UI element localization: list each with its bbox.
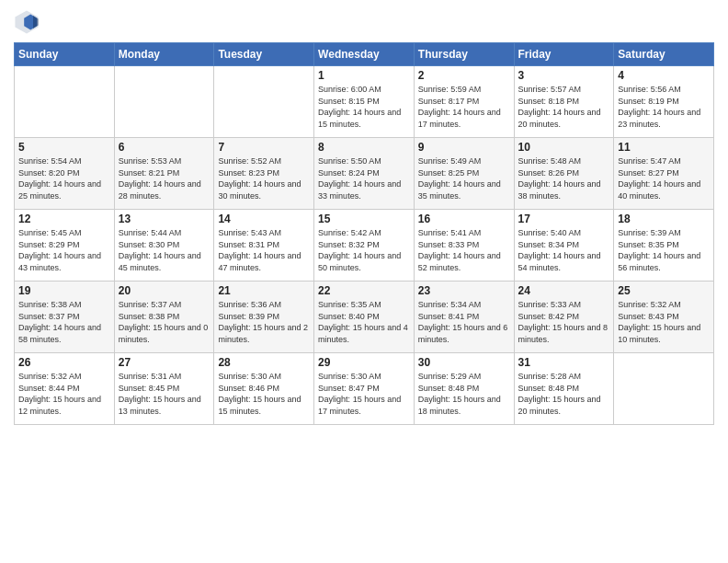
day-info: Sunrise: 5:53 AMSunset: 8:21 PMDaylight:… xyxy=(119,155,210,201)
day-number: 20 xyxy=(119,284,210,297)
day-info: Sunrise: 5:36 AMSunset: 8:39 PMDaylight:… xyxy=(218,299,310,345)
day-number: 12 xyxy=(18,213,110,225)
calendar-week-row: 1Sunrise: 6:00 AMSunset: 8:15 PMDaylight… xyxy=(15,66,714,138)
day-number: 3 xyxy=(518,69,610,82)
calendar-cell: 17Sunrise: 5:40 AMSunset: 8:34 PMDayligh… xyxy=(514,210,614,282)
calendar-week-row: 19Sunrise: 5:38 AMSunset: 8:37 PMDayligh… xyxy=(15,282,714,353)
day-number: 1 xyxy=(318,69,410,82)
calendar-cell: 10Sunrise: 5:48 AMSunset: 8:26 PMDayligh… xyxy=(514,138,614,210)
day-info: Sunrise: 5:59 AMSunset: 8:17 PMDaylight:… xyxy=(418,84,510,130)
logo-icon xyxy=(14,9,40,35)
calendar-cell: 13Sunrise: 5:44 AMSunset: 8:30 PMDayligh… xyxy=(114,210,214,282)
day-info: Sunrise: 5:56 AMSunset: 8:19 PMDaylight:… xyxy=(618,84,710,130)
calendar-cell: 7Sunrise: 5:52 AMSunset: 8:23 PMDaylight… xyxy=(214,138,314,210)
calendar-cell: 1Sunrise: 6:00 AMSunset: 8:15 PMDaylight… xyxy=(314,66,415,138)
day-info: Sunrise: 5:37 AMSunset: 8:38 PMDaylight:… xyxy=(119,299,210,345)
weekday-header: Friday xyxy=(514,43,614,66)
day-number: 24 xyxy=(518,284,610,297)
calendar-week-row: 5Sunrise: 5:54 AMSunset: 8:20 PMDaylight… xyxy=(15,138,714,210)
day-number: 19 xyxy=(18,284,110,297)
day-number: 21 xyxy=(218,284,310,297)
day-info: Sunrise: 5:52 AMSunset: 8:23 PMDaylight:… xyxy=(218,155,310,201)
day-info: Sunrise: 5:40 AMSunset: 8:34 PMDaylight:… xyxy=(518,227,610,273)
day-number: 26 xyxy=(18,356,110,369)
day-number: 31 xyxy=(518,356,610,369)
calendar-cell: 4Sunrise: 5:56 AMSunset: 8:19 PMDaylight… xyxy=(614,66,714,138)
day-number: 9 xyxy=(418,141,510,154)
day-number: 18 xyxy=(618,213,710,225)
day-number: 17 xyxy=(518,213,610,225)
calendar-cell: 16Sunrise: 5:41 AMSunset: 8:33 PMDayligh… xyxy=(414,210,514,282)
day-number: 2 xyxy=(418,69,510,82)
weekday-header: Monday xyxy=(114,43,214,66)
day-number: 4 xyxy=(618,69,710,82)
header xyxy=(14,9,714,35)
weekday-header: Wednesday xyxy=(314,43,415,66)
day-number: 25 xyxy=(618,284,710,297)
day-info: Sunrise: 5:50 AMSunset: 8:24 PMDaylight:… xyxy=(318,155,410,201)
day-info: Sunrise: 5:44 AMSunset: 8:30 PMDaylight:… xyxy=(119,227,210,273)
day-info: Sunrise: 5:30 AMSunset: 8:47 PMDaylight:… xyxy=(318,371,410,417)
calendar-cell: 26Sunrise: 5:32 AMSunset: 8:44 PMDayligh… xyxy=(15,353,115,425)
calendar-cell: 9Sunrise: 5:49 AMSunset: 8:25 PMDaylight… xyxy=(414,138,514,210)
day-info: Sunrise: 5:43 AMSunset: 8:31 PMDaylight:… xyxy=(218,227,310,273)
calendar-cell: 12Sunrise: 5:45 AMSunset: 8:29 PMDayligh… xyxy=(15,210,115,282)
day-info: Sunrise: 5:28 AMSunset: 8:48 PMDaylight:… xyxy=(518,371,610,417)
day-number: 16 xyxy=(418,213,510,225)
calendar: SundayMondayTuesdayWednesdayThursdayFrid… xyxy=(14,42,714,425)
page: SundayMondayTuesdayWednesdayThursdayFrid… xyxy=(0,0,728,563)
day-info: Sunrise: 5:48 AMSunset: 8:26 PMDaylight:… xyxy=(518,155,610,201)
day-number: 28 xyxy=(218,356,310,369)
weekday-header-row: SundayMondayTuesdayWednesdayThursdayFrid… xyxy=(15,43,714,66)
calendar-cell: 30Sunrise: 5:29 AMSunset: 8:48 PMDayligh… xyxy=(414,353,514,425)
day-info: Sunrise: 5:39 AMSunset: 8:35 PMDaylight:… xyxy=(618,227,710,273)
day-info: Sunrise: 5:29 AMSunset: 8:48 PMDaylight:… xyxy=(418,371,510,417)
calendar-cell: 5Sunrise: 5:54 AMSunset: 8:20 PMDaylight… xyxy=(15,138,115,210)
weekday-header: Tuesday xyxy=(214,43,314,66)
calendar-cell: 18Sunrise: 5:39 AMSunset: 8:35 PMDayligh… xyxy=(614,210,714,282)
calendar-cell: 2Sunrise: 5:59 AMSunset: 8:17 PMDaylight… xyxy=(414,66,514,138)
calendar-cell: 31Sunrise: 5:28 AMSunset: 8:48 PMDayligh… xyxy=(514,353,614,425)
calendar-cell: 24Sunrise: 5:33 AMSunset: 8:42 PMDayligh… xyxy=(514,282,614,353)
calendar-cell: 6Sunrise: 5:53 AMSunset: 8:21 PMDaylight… xyxy=(114,138,214,210)
calendar-cell xyxy=(614,353,714,425)
day-number: 30 xyxy=(418,356,510,369)
calendar-cell xyxy=(114,66,214,138)
calendar-cell xyxy=(214,66,314,138)
weekday-header: Sunday xyxy=(15,43,115,66)
day-info: Sunrise: 6:00 AMSunset: 8:15 PMDaylight:… xyxy=(318,84,410,130)
day-number: 7 xyxy=(218,141,310,154)
day-number: 5 xyxy=(18,141,110,154)
day-info: Sunrise: 5:49 AMSunset: 8:25 PMDaylight:… xyxy=(418,155,510,201)
calendar-week-row: 12Sunrise: 5:45 AMSunset: 8:29 PMDayligh… xyxy=(15,210,714,282)
calendar-cell: 8Sunrise: 5:50 AMSunset: 8:24 PMDaylight… xyxy=(314,138,415,210)
day-number: 14 xyxy=(218,213,310,225)
calendar-cell: 3Sunrise: 5:57 AMSunset: 8:18 PMDaylight… xyxy=(514,66,614,138)
calendar-cell: 15Sunrise: 5:42 AMSunset: 8:32 PMDayligh… xyxy=(314,210,415,282)
day-number: 22 xyxy=(318,284,410,297)
day-info: Sunrise: 5:54 AMSunset: 8:20 PMDaylight:… xyxy=(18,155,110,201)
day-number: 29 xyxy=(318,356,410,369)
day-info: Sunrise: 5:45 AMSunset: 8:29 PMDaylight:… xyxy=(18,227,110,273)
logo xyxy=(14,9,43,35)
weekday-header: Saturday xyxy=(614,43,714,66)
day-number: 13 xyxy=(119,213,210,225)
day-info: Sunrise: 5:38 AMSunset: 8:37 PMDaylight:… xyxy=(18,299,110,345)
day-info: Sunrise: 5:57 AMSunset: 8:18 PMDaylight:… xyxy=(518,84,610,130)
day-info: Sunrise: 5:42 AMSunset: 8:32 PMDaylight:… xyxy=(318,227,410,273)
calendar-cell: 19Sunrise: 5:38 AMSunset: 8:37 PMDayligh… xyxy=(15,282,115,353)
calendar-cell: 23Sunrise: 5:34 AMSunset: 8:41 PMDayligh… xyxy=(414,282,514,353)
weekday-header: Thursday xyxy=(414,43,514,66)
day-number: 15 xyxy=(318,213,410,225)
day-info: Sunrise: 5:33 AMSunset: 8:42 PMDaylight:… xyxy=(518,299,610,345)
day-number: 8 xyxy=(318,141,410,154)
day-number: 10 xyxy=(518,141,610,154)
calendar-cell: 27Sunrise: 5:31 AMSunset: 8:45 PMDayligh… xyxy=(114,353,214,425)
calendar-cell: 29Sunrise: 5:30 AMSunset: 8:47 PMDayligh… xyxy=(314,353,415,425)
calendar-cell: 28Sunrise: 5:30 AMSunset: 8:46 PMDayligh… xyxy=(214,353,314,425)
day-info: Sunrise: 5:31 AMSunset: 8:45 PMDaylight:… xyxy=(119,371,210,417)
day-number: 6 xyxy=(119,141,210,154)
day-info: Sunrise: 5:32 AMSunset: 8:43 PMDaylight:… xyxy=(618,299,710,345)
day-info: Sunrise: 5:30 AMSunset: 8:46 PMDaylight:… xyxy=(218,371,310,417)
day-info: Sunrise: 5:34 AMSunset: 8:41 PMDaylight:… xyxy=(418,299,510,345)
